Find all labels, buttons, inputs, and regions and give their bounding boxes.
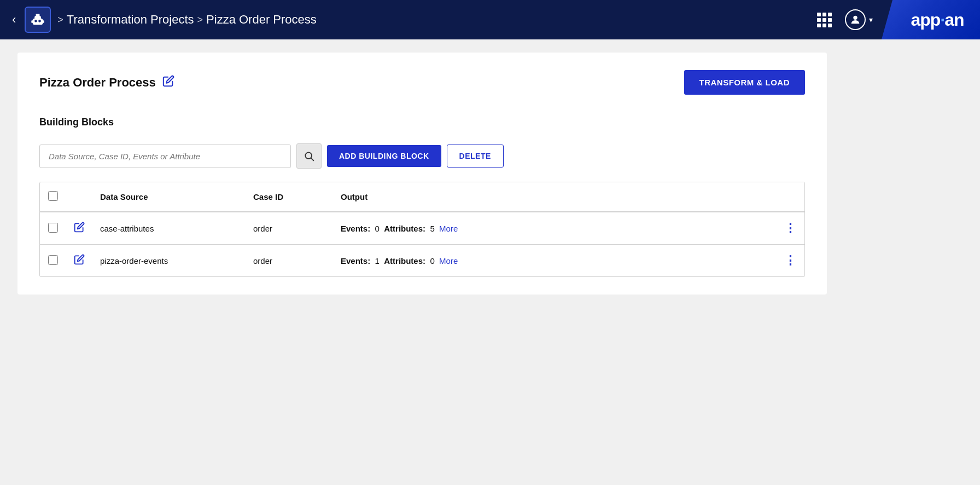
grid-dot — [817, 24, 821, 27]
search-input-wrap — [39, 145, 291, 168]
search-button[interactable] — [296, 143, 322, 169]
transform-load-button[interactable]: TRANSFORM & LOAD — [684, 70, 806, 95]
output-text: Events: 1 Attributes: 0 More — [341, 256, 458, 265]
user-icon — [849, 14, 861, 26]
attributes-count: 5 — [430, 224, 434, 233]
page-title: Pizza Order Process — [39, 76, 156, 90]
grid-dot — [828, 13, 832, 16]
row-datasource: case-attributes — [92, 212, 246, 245]
row-menu-button[interactable]: ⋮ — [784, 221, 797, 235]
grid-dot — [828, 24, 832, 27]
row-checkbox-cell — [40, 245, 66, 277]
row-datasource: pizza-order-events — [92, 245, 246, 277]
search-row: ADD BUILDING BLOCK DELETE — [39, 143, 805, 169]
back-button[interactable]: ‹ — [7, 8, 21, 31]
row-edit-icon[interactable] — [74, 224, 85, 235]
events-count: 0 — [375, 224, 380, 233]
grid-dot — [822, 13, 826, 16]
svg-rect-2 — [36, 14, 40, 17]
header: ‹ > Transformation Projects > Pizza Orde… — [0, 0, 980, 39]
attributes-count: 0 — [430, 256, 434, 265]
title-edit-icon[interactable] — [162, 75, 174, 90]
grid-icon[interactable] — [813, 8, 836, 32]
appian-logo-text: app·an — [897, 10, 964, 30]
svg-line-9 — [311, 158, 314, 161]
grid-dot — [828, 18, 832, 22]
user-dropdown-arrow: ▾ — [869, 15, 873, 24]
svg-point-7 — [853, 16, 857, 20]
select-all-checkbox[interactable] — [48, 191, 58, 201]
row-checkbox[interactable] — [48, 223, 58, 233]
user-avatar — [845, 9, 866, 30]
attributes-label: Attributes: — [384, 256, 425, 265]
card-header: Pizza Order Process TRANSFORM & LOAD — [39, 70, 805, 95]
table-body: case-attributes order Events: 0 Attribut… — [40, 212, 804, 276]
content-card: Pizza Order Process TRANSFORM & LOAD Bui… — [18, 53, 827, 295]
svg-rect-5 — [32, 20, 34, 23]
more-link[interactable]: More — [439, 256, 458, 265]
row-output: Events: 1 Attributes: 0 More — [333, 245, 777, 277]
main-content: Pizza Order Process TRANSFORM & LOAD Bui… — [0, 39, 980, 485]
home-icon-box[interactable] — [25, 7, 51, 33]
header-datasource: Data Source — [92, 182, 246, 212]
user-menu[interactable]: ▾ — [845, 9, 873, 30]
header-left: ‹ > Transformation Projects > Pizza Orde… — [7, 7, 813, 33]
header-caseid: Case ID — [246, 182, 333, 212]
events-count: 1 — [375, 256, 380, 265]
edit-icon — [74, 222, 85, 233]
table-header-row: Data Source Case ID Output — [40, 182, 804, 212]
edit-pencil-icon — [162, 75, 174, 87]
card-title-row: Pizza Order Process — [39, 75, 174, 90]
row-checkbox[interactable] — [48, 255, 58, 265]
add-building-block-button[interactable]: ADD BUILDING BLOCK — [327, 145, 441, 167]
header-checkbox-cell — [40, 182, 66, 212]
events-label: Events: — [341, 224, 370, 233]
row-actions: ⋮ — [777, 245, 804, 277]
header-icon-cell — [66, 182, 92, 212]
header-right: ▾ — [813, 8, 873, 32]
row-icon-cell — [66, 245, 92, 277]
row-caseid: order — [246, 245, 333, 277]
table-row: case-attributes order Events: 0 Attribut… — [40, 212, 804, 245]
svg-point-3 — [34, 20, 37, 22]
events-label: Events: — [341, 256, 370, 265]
row-output: Events: 0 Attributes: 5 More — [333, 212, 777, 245]
row-checkbox-cell — [40, 212, 66, 245]
home-icon — [30, 12, 45, 27]
breadcrumb-item-2: Pizza Order Process — [206, 13, 317, 27]
grid-dot — [817, 18, 821, 22]
row-actions: ⋮ — [777, 212, 804, 245]
appian-logo: app·an — [882, 0, 980, 39]
attributes-label: Attributes: — [384, 224, 425, 233]
row-icon-cell — [66, 212, 92, 245]
breadcrumb-sep-1: > — [57, 14, 63, 26]
more-link[interactable]: More — [439, 224, 458, 233]
search-icon — [304, 151, 314, 161]
grid-dot — [817, 13, 821, 16]
output-text: Events: 0 Attributes: 5 More — [341, 224, 458, 233]
header-output: Output — [333, 182, 777, 212]
search-input[interactable] — [39, 145, 291, 168]
table: Data Source Case ID Output — [40, 182, 804, 276]
svg-point-4 — [38, 20, 41, 22]
grid-dot — [822, 18, 826, 22]
table-row: pizza-order-events order Events: 1 Attri… — [40, 245, 804, 277]
header-actions — [777, 182, 804, 212]
breadcrumb-item-1[interactable]: Transformation Projects — [67, 13, 194, 27]
row-edit-icon[interactable] — [74, 256, 85, 267]
grid-dot — [822, 24, 826, 27]
delete-button[interactable]: DELETE — [447, 145, 504, 168]
row-menu-button[interactable]: ⋮ — [784, 253, 797, 268]
edit-icon — [74, 254, 85, 265]
building-blocks-table: Data Source Case ID Output — [39, 182, 805, 277]
table-head: Data Source Case ID Output — [40, 182, 804, 212]
svg-rect-6 — [42, 20, 44, 23]
breadcrumb-sep-2: > — [197, 14, 203, 26]
row-caseid: order — [246, 212, 333, 245]
building-blocks-title: Building Blocks — [39, 117, 805, 128]
